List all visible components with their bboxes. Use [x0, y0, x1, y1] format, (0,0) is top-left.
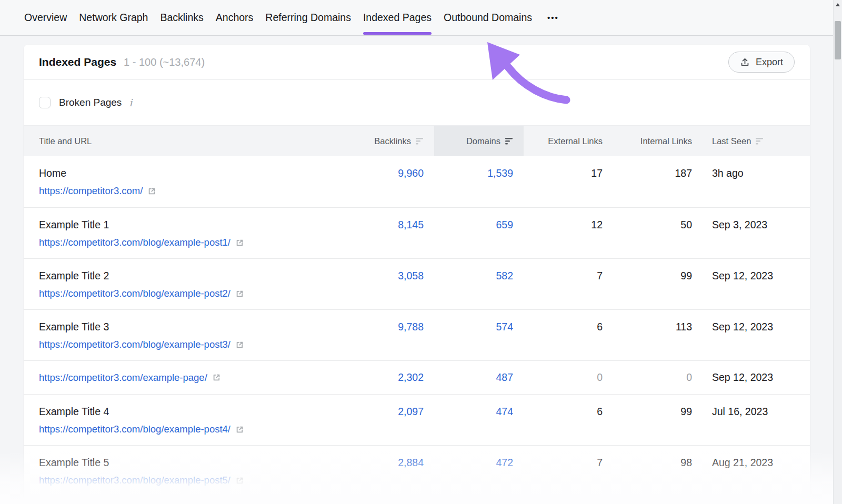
title-and-url-cell: Home https://competitor3.com/ [24, 156, 345, 207]
vertical-scrollbar[interactable] [833, 0, 842, 504]
external-links-count: 6 [597, 406, 603, 417]
backlinks-cell: 8,145 [345, 208, 434, 258]
column-header-label: Backlinks [374, 136, 411, 146]
page-url-link[interactable]: https://competitor3.com/blog/example-pos… [39, 475, 230, 486]
column-header-external-links[interactable]: External Links [524, 126, 613, 156]
external-link-icon[interactable] [235, 289, 244, 298]
page-url-link[interactable]: https://competitor3.com/example-page/ [39, 372, 207, 384]
column-header-title-and-url: Title and URL [24, 126, 345, 156]
domains-count-link[interactable]: 474 [496, 406, 513, 417]
export-button[interactable]: Export [728, 52, 795, 73]
last-seen-value: Sep 12, 2023 [712, 321, 773, 332]
url-line: https://competitor3.com/example-page/ [39, 372, 221, 384]
title-and-url-cell: Example Title 5 https://competitor3.com/… [24, 446, 345, 496]
column-header-label: Internal Links [640, 136, 692, 146]
page-url-link[interactable]: https://competitor3.com/blog/example-pos… [39, 237, 230, 248]
external-links-cell: 12 [524, 208, 613, 258]
more-tabs-button[interactable]: ••• [544, 0, 559, 35]
scrollbar-thumb[interactable] [835, 21, 841, 59]
sort-icon [756, 138, 764, 145]
table-row: Example Title 5 https://competitor3.com/… [24, 445, 810, 496]
internal-links-cell: 113 [613, 310, 703, 360]
tab-referring-domains[interactable]: Referring Domains [265, 0, 351, 35]
backlinks-count-link[interactable]: 8,145 [398, 219, 424, 230]
tab-overview[interactable]: Overview [24, 0, 67, 35]
tab-network-graph[interactable]: Network Graph [79, 0, 148, 35]
tab-overview-label: Overview [24, 12, 67, 24]
indexed-pages-panel: Indexed Pages 1 - 100 (~13,674) Export B… [24, 45, 810, 504]
last-seen-cell: Aug 21, 2023 [703, 446, 810, 496]
last-seen-value: Aug 21, 2023 [712, 457, 773, 468]
internal-links-count: 99 [680, 406, 692, 417]
domains-cell: 474 [434, 395, 524, 445]
info-icon[interactable]: i [129, 97, 132, 108]
table-row: Example Title 4 https://competitor3.com/… [24, 394, 810, 445]
sort-descending-icon [505, 138, 513, 145]
backlinks-count-link[interactable]: 3,058 [398, 270, 424, 281]
page-title: Example Title 4 [39, 406, 339, 418]
column-header-label: Domains [466, 136, 500, 146]
page-title: Home [39, 167, 339, 179]
column-header-label: External Links [548, 136, 603, 146]
external-link-icon[interactable] [235, 238, 244, 247]
domains-cell: 659 [434, 208, 524, 258]
domains-count-link[interactable]: 1,539 [487, 167, 513, 179]
internal-links-cell: 99 [613, 259, 703, 309]
export-upload-icon [740, 57, 750, 67]
backlinks-count-link[interactable]: 2,884 [398, 457, 424, 468]
backlinks-cell: 2,884 [345, 446, 434, 496]
page-url-link[interactable]: https://competitor3.com/ [39, 185, 143, 197]
last-seen-value: 3h ago [712, 167, 744, 179]
panel-title: Indexed Pages [39, 56, 116, 68]
backlinks-count-link[interactable]: 2,302 [398, 371, 424, 384]
broken-pages-checkbox[interactable] [39, 97, 51, 108]
column-header-domains[interactable]: Domains [434, 126, 524, 156]
page-url-link[interactable]: https://competitor3.com/blog/example-pos… [39, 288, 230, 299]
domains-count-link[interactable]: 574 [496, 321, 513, 332]
backlinks-count-link[interactable]: 9,960 [398, 167, 424, 179]
external-link-icon[interactable] [235, 425, 244, 434]
internal-links-count: 98 [680, 457, 692, 468]
column-header-last-seen[interactable]: Last Seen [703, 126, 810, 156]
page-url-link[interactable]: https://competitor3.com/blog/example-pos… [39, 339, 230, 350]
domains-count-link[interactable]: 659 [496, 219, 513, 230]
backlinks-count-link[interactable]: 2,097 [398, 406, 424, 417]
domains-cell: 582 [434, 259, 524, 309]
last-seen-value: Jul 16, 2023 [712, 406, 768, 417]
external-link-icon[interactable] [235, 476, 244, 485]
internal-links-cell: 50 [613, 208, 703, 258]
external-links-count: 0 [597, 371, 603, 384]
broken-pages-label[interactable]: Broken Pages [59, 97, 122, 108]
external-link-icon[interactable] [235, 340, 244, 349]
external-links-count: 12 [591, 219, 603, 230]
url-line: https://competitor3.com/blog/example-pos… [39, 288, 339, 299]
domains-count-link[interactable]: 582 [496, 270, 513, 281]
tab-backlinks[interactable]: Backlinks [160, 0, 203, 35]
url-line: https://competitor3.com/blog/example-pos… [39, 475, 339, 486]
last-seen-cell: Sep 3, 2023 [703, 208, 810, 258]
external-links-count: 17 [591, 167, 603, 179]
tab-outbound-domains-label: Outbound Domains [444, 12, 532, 24]
scroll-up-arrow-icon[interactable] [836, 3, 840, 6]
external-link-icon[interactable] [147, 187, 156, 196]
table-row: Example Title 2 https://competitor3.com/… [24, 258, 810, 309]
tab-indexed-pages[interactable]: Indexed Pages [363, 0, 432, 35]
column-header-internal-links[interactable]: Internal Links [613, 126, 703, 156]
tab-anchors[interactable]: Anchors [216, 0, 254, 35]
ellipsis-icon: ••• [547, 13, 559, 22]
page-url-link[interactable]: https://competitor3.com/blog/example-pos… [39, 424, 230, 435]
title-and-url-cell: Example Title 3 https://competitor3.com/… [24, 310, 345, 360]
result-range-count: 1 - 100 (~13,674) [124, 56, 205, 68]
domains-count-link[interactable]: 472 [496, 457, 513, 468]
tab-indexed-pages-label: Indexed Pages [363, 12, 432, 24]
tab-outbound-domains[interactable]: Outbound Domains [444, 0, 532, 35]
title-and-url-cell: Example Title 4 https://competitor3.com/… [24, 395, 345, 445]
domains-count-link[interactable]: 487 [496, 371, 513, 384]
external-link-icon[interactable] [212, 373, 221, 382]
external-links-cell: 6 [524, 310, 613, 360]
url-line: https://competitor3.com/ [39, 185, 339, 197]
domains-cell: 472 [434, 446, 524, 496]
column-header-backlinks[interactable]: Backlinks [345, 126, 434, 156]
backlinks-count-link[interactable]: 9,788 [398, 321, 424, 332]
last-seen-cell: Jul 16, 2023 [703, 395, 810, 445]
